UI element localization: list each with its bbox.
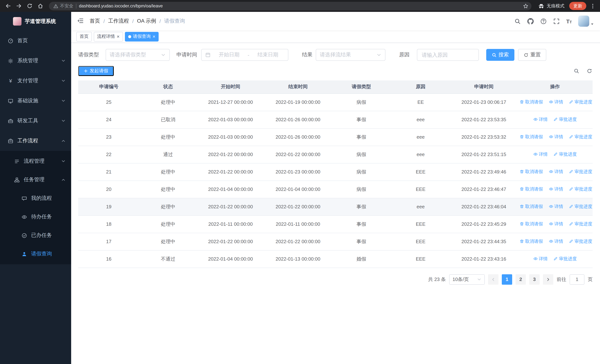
sidebar-item-leave-query[interactable]: 请假查询 [0, 245, 71, 263]
next-page-button[interactable] [543, 274, 553, 284]
detail-link[interactable]: 详情 [533, 116, 548, 123]
cell-reason: EE [391, 93, 450, 111]
table-row[interactable]: 20 处理中 2022-01-04 00:00:00 2022-01-04 00… [78, 180, 593, 198]
table-row[interactable]: 17 处理中 2022-01-22 00:00:00 2022-01-22 00… [78, 233, 593, 250]
sidebar-item-system-mgmt[interactable]: 系统管理 [0, 51, 71, 71]
browser-home-button[interactable] [35, 1, 45, 11]
cancel-leave-link[interactable]: 取消请假 [520, 238, 543, 245]
table-row[interactable]: 22 通过 2022-01-22 00:00:00 2022-01-22 00:… [78, 146, 593, 163]
sidebar-item-todo-tasks[interactable]: 待办任务 [0, 208, 71, 226]
sidebar-item-home[interactable]: 首页 [0, 31, 71, 51]
user-menu[interactable] [578, 16, 594, 27]
create-leave-button[interactable]: 发起请假 [78, 66, 114, 76]
approval-progress-link[interactable]: 审批进度 [553, 256, 577, 262]
cancel-leave-link[interactable]: 取消请假 [520, 186, 543, 192]
approval-progress-link[interactable]: 审批进度 [569, 134, 592, 140]
table-row[interactable]: 19 处理中 2022-01-22 00:00:00 2022-01-22 00… [78, 198, 593, 215]
help-button[interactable] [540, 18, 547, 24]
detail-link[interactable]: 详情 [549, 134, 563, 140]
table-row[interactable]: 21 处理中 2022-01-22 00:00:00 2022-01-23 00… [78, 163, 593, 180]
bookmark-star-button[interactable] [521, 1, 530, 10]
cancel-leave-link[interactable]: 取消请假 [520, 221, 543, 227]
leave-type-select[interactable]: 请选择请假类型 [106, 49, 170, 61]
detail-link[interactable]: 详情 [549, 169, 563, 175]
browser-update-button[interactable]: 更新 [569, 2, 586, 10]
eye-icon [21, 214, 27, 220]
sidebar-collapse-button[interactable] [77, 18, 84, 25]
detail-link[interactable]: 详情 [549, 186, 563, 192]
page-size-select[interactable]: 10条/页 [449, 274, 485, 284]
tab-leave-query[interactable]: 请假查询 × [125, 32, 159, 41]
approval-progress-link[interactable]: 审批进度 [569, 238, 592, 245]
table-row[interactable]: 25 处理中 2021-12-27 00:00:00 2022-01-19 00… [78, 93, 593, 111]
sidebar-item-infrastructure[interactable]: 基础设施 [0, 91, 71, 111]
tab-close-icon[interactable]: × [117, 34, 120, 39]
font-size-button[interactable]: TT [566, 18, 572, 24]
approval-progress-link[interactable]: 审批进度 [553, 116, 577, 123]
detail-link[interactable]: 详情 [533, 151, 548, 158]
table-row[interactable]: 18 处理中 2022-01-11 00:00:00 2022-01-11 00… [78, 215, 593, 233]
sidebar-item-payment-mgmt[interactable]: ¥ 支付管理 [0, 71, 71, 91]
browser-refresh-button[interactable] [24, 1, 35, 11]
approval-progress-link[interactable]: 审批进度 [569, 99, 592, 105]
breadcrumb-item[interactable]: 首页 [90, 18, 100, 24]
cell-end-time: 2022-01-13 00:00:00 [264, 250, 332, 268]
sidebar-item-process-mgmt[interactable]: 流程管理 [0, 152, 71, 170]
breadcrumb-item[interactable]: 工作流程 [108, 18, 129, 24]
edit-pencil-icon [553, 257, 558, 261]
detail-link[interactable]: 详情 [549, 221, 563, 227]
reset-button[interactable]: 重置 [518, 49, 546, 61]
github-link[interactable] [527, 18, 534, 24]
prev-page-button[interactable] [488, 274, 498, 284]
detail-link[interactable]: 详情 [549, 204, 563, 210]
sidebar-item-done-tasks[interactable]: 已办任务 [0, 226, 71, 245]
table-row[interactable]: 16 不通过 2022-01-04 00:00:00 2022-01-13 00… [78, 250, 593, 268]
approval-progress-link[interactable]: 审批进度 [569, 204, 592, 210]
breadcrumb-item[interactable]: OA 示例 [137, 18, 156, 24]
detail-link[interactable]: 详情 [533, 256, 548, 262]
header-search-button[interactable] [514, 18, 521, 24]
cell-apply-id: 25 [78, 93, 139, 111]
tab-home[interactable]: 首页 [76, 32, 92, 41]
detail-link[interactable]: 详情 [549, 99, 563, 105]
page-button-1[interactable]: 1 [502, 274, 512, 284]
detail-link[interactable]: 详情 [549, 238, 563, 245]
sidebar-item-my-process[interactable]: 我的流程 [0, 189, 71, 208]
approval-progress-link[interactable]: 审批进度 [569, 169, 592, 175]
toggle-search-button[interactable] [574, 68, 580, 74]
cancel-leave-link[interactable]: 取消请假 [520, 134, 543, 140]
approval-progress-link[interactable]: 审批进度 [553, 151, 577, 158]
approval-progress-link[interactable]: 审批进度 [569, 186, 592, 192]
tab-close-icon[interactable]: × [152, 34, 155, 39]
search-button[interactable]: 搜索 [486, 49, 514, 61]
result-select[interactable]: 请选择流结果 [316, 49, 385, 61]
app-title: 芋道管理系统 [25, 18, 56, 25]
address-bar[interactable]: 不安全 dashboard.yudao.iocoder.cn/bpm/oa/le… [49, 2, 531, 10]
page-goto-input[interactable] [570, 274, 584, 284]
browser-back-button[interactable] [3, 1, 13, 11]
cancel-leave-link[interactable]: 取消请假 [520, 204, 543, 210]
cancel-leave-link[interactable]: 取消请假 [520, 169, 543, 175]
eye-icon [549, 222, 553, 226]
table-row[interactable]: 23 处理中 2022-01-03 00:00:00 2022-01-26 00… [78, 128, 593, 146]
fullscreen-button[interactable] [553, 18, 560, 24]
table-row[interactable]: 24 已取消 2022-01-03 00:00:00 2022-01-26 00… [78, 111, 593, 128]
tab-process-detail[interactable]: 流程详情 × [94, 32, 123, 41]
approval-progress-link[interactable]: 审批进度 [569, 221, 592, 227]
site-security-indicator[interactable]: 不安全 [53, 3, 73, 9]
page-button-2[interactable]: 2 [516, 274, 526, 284]
page-button-3[interactable]: 3 [529, 274, 540, 284]
apply-time-range-picker[interactable]: 开始日期 - 结束日期 [201, 49, 288, 61]
app-logo[interactable]: 芋道管理系统 [0, 12, 71, 31]
column-header: 结束时间 [264, 80, 332, 93]
sidebar-item-dev-tools[interactable]: 研发工具 [0, 111, 71, 131]
cancel-leave-link[interactable]: 取消请假 [520, 99, 543, 105]
sidebar-item-workflow[interactable]: 工作流程 [0, 131, 71, 151]
reason-input[interactable] [417, 49, 479, 61]
refresh-table-button[interactable] [587, 68, 593, 74]
sidebar-item-task-mgmt[interactable]: 任务管理 [0, 170, 71, 189]
active-tab-dot [128, 35, 131, 38]
cell-start-time: 2022-01-03 00:00:00 [197, 128, 264, 146]
browser-forward-button[interactable] [14, 1, 24, 11]
browser-menu-button[interactable] [588, 1, 597, 10]
